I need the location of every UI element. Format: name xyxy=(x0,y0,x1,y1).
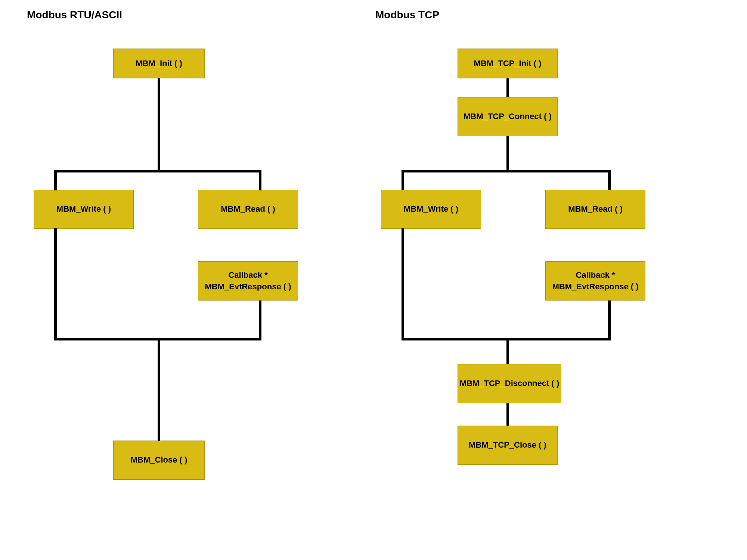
line xyxy=(402,170,611,172)
right-title: Modbus TCP xyxy=(375,9,439,21)
label-mbm-init: MBM_Init ( ) xyxy=(136,58,182,69)
left-title: Modbus RTU/ASCII xyxy=(27,9,122,21)
line xyxy=(54,170,57,190)
label-callback-2: MBM_EvtResponse ( ) xyxy=(205,281,291,293)
box-tcp-callback: Callback * MBM_EvtResponse ( ) xyxy=(545,261,645,301)
line xyxy=(158,340,160,441)
box-mbm-write: MBM_Write ( ) xyxy=(34,190,134,229)
box-mbm-read: MBM_Read ( ) xyxy=(198,190,298,229)
box-tcp-connect: MBM_TCP_Connect ( ) xyxy=(458,97,558,136)
line xyxy=(54,228,57,340)
label-tcp-init: MBM_TCP_Init ( ) xyxy=(474,58,542,69)
box-mbm-init: MBM_Init ( ) xyxy=(113,49,205,78)
label-tcp-close: MBM_TCP_Close ( ) xyxy=(469,439,546,451)
line xyxy=(54,170,261,172)
box-tcp-disconnect: MBM_TCP_Disconnect ( ) xyxy=(458,364,561,403)
label-tcp-callback-2: MBM_EvtResponse ( ) xyxy=(552,281,638,293)
label-tcp-write: MBM_Write ( ) xyxy=(404,203,458,215)
line xyxy=(506,78,509,97)
line xyxy=(506,340,509,364)
line xyxy=(259,170,261,190)
line xyxy=(506,403,509,426)
label-mbm-write: MBM_Write ( ) xyxy=(56,203,111,215)
label-tcp-disconnect: MBM_TCP_Disconnect ( ) xyxy=(460,378,559,389)
line xyxy=(158,78,160,172)
line xyxy=(402,170,404,190)
line xyxy=(608,170,611,190)
box-mbm-close: MBM_Close ( ) xyxy=(113,441,205,480)
box-mbm-callback: Callback * MBM_EvtResponse ( ) xyxy=(198,261,298,301)
line xyxy=(402,228,404,340)
box-tcp-read: MBM_Read ( ) xyxy=(545,190,645,229)
line xyxy=(402,338,611,340)
line xyxy=(506,136,509,172)
line xyxy=(259,301,261,340)
box-tcp-write: MBM_Write ( ) xyxy=(381,190,481,229)
line xyxy=(608,301,611,340)
label-tcp-callback-1: Callback * xyxy=(576,270,615,281)
box-tcp-init: MBM_TCP_Init ( ) xyxy=(458,49,558,78)
label-callback-1: Callback * xyxy=(228,270,267,281)
label-mbm-read: MBM_Read ( ) xyxy=(221,203,275,215)
label-tcp-connect: MBM_TCP_Connect ( ) xyxy=(464,111,552,122)
label-mbm-close: MBM_Close ( ) xyxy=(131,454,187,466)
box-tcp-close: MBM_TCP_Close ( ) xyxy=(458,426,558,465)
label-tcp-read: MBM_Read ( ) xyxy=(568,203,622,215)
